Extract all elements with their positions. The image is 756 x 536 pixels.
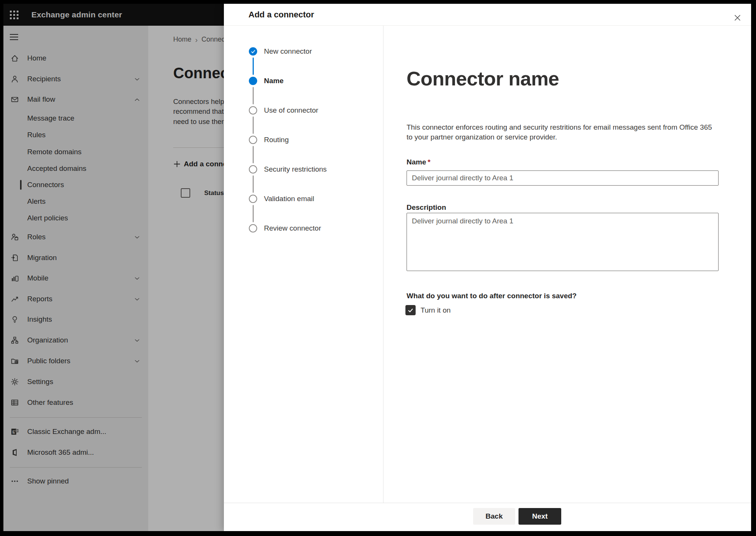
- step-connector-line: [253, 57, 254, 75]
- step-label-security-restrictions[interactable]: Security restrictions: [264, 165, 327, 174]
- description-field-label: Description: [407, 203, 446, 212]
- checkmark-icon: [251, 49, 256, 54]
- connector-name-input[interactable]: [407, 170, 719, 186]
- next-button[interactable]: Next: [518, 508, 561, 525]
- step-circle-use-of-connector[interactable]: [249, 106, 257, 115]
- required-asterisk: *: [428, 158, 430, 166]
- dialog-footer-divider: [224, 503, 751, 503]
- add-connector-dialog: Add a connector New connectorNameUse of …: [224, 4, 751, 531]
- turn-it-on-label: Turn it on: [421, 305, 451, 315]
- dialog-title: Add a connector: [248, 4, 314, 25]
- step-connector-line: [253, 205, 254, 222]
- step-circle-security-restrictions[interactable]: [249, 165, 257, 174]
- step-label-validation-email[interactable]: Validation email: [264, 195, 314, 203]
- turn-it-on-checkbox[interactable]: [405, 305, 416, 315]
- step-circle-validation-email[interactable]: [249, 195, 257, 203]
- step-label-routing[interactable]: Routing: [264, 136, 289, 144]
- step-label-name[interactable]: Name: [264, 77, 284, 85]
- close-icon[interactable]: [731, 12, 744, 24]
- step-circle-routing[interactable]: [249, 136, 257, 144]
- step-label-review-connector[interactable]: Review connector: [264, 224, 321, 232]
- step-connector-line: [253, 87, 254, 104]
- step-circle-review-connector[interactable]: [249, 224, 257, 232]
- after-save-question: What do you want to do after connector i…: [407, 292, 577, 300]
- stepper-divider: [383, 26, 383, 503]
- step-label-use-of-connector[interactable]: Use of connector: [264, 106, 318, 115]
- step-circle-new-connector[interactable]: [249, 47, 257, 56]
- step-circle-name[interactable]: [249, 77, 257, 85]
- back-button[interactable]: Back: [473, 508, 515, 525]
- step-connector-line: [253, 116, 254, 134]
- step-connector-line: [253, 175, 254, 193]
- step-pane-description: to your partner organization or service …: [407, 133, 557, 141]
- step-pane-title: Connector name: [407, 67, 559, 90]
- step-label-new-connector[interactable]: New connector: [264, 47, 312, 56]
- step-connector-line: [253, 146, 254, 163]
- step-pane-description: This connector enforces routing and secu…: [407, 123, 712, 132]
- name-field-label: Name*: [407, 158, 430, 166]
- checkmark-icon: [407, 307, 414, 313]
- dialog-header-divider: [224, 25, 751, 26]
- connector-description-textarea[interactable]: Deliver journal directly to Area 1: [407, 213, 719, 271]
